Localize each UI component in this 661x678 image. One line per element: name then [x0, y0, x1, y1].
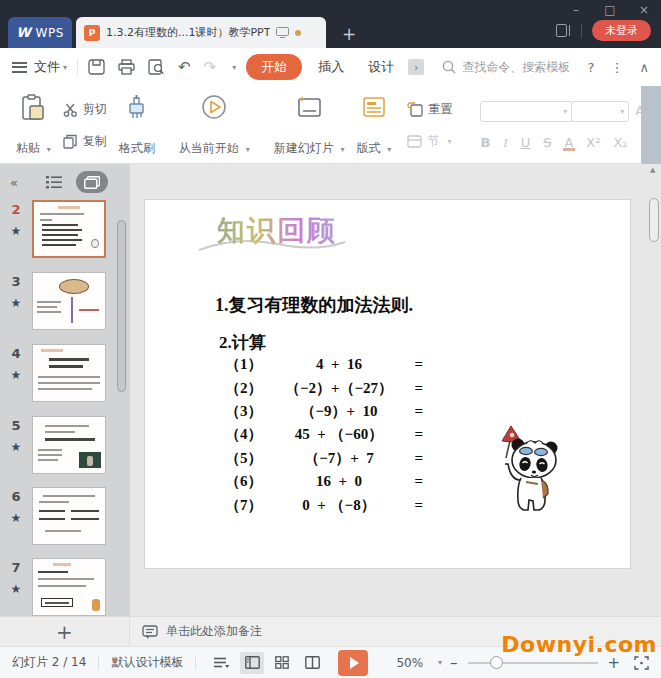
slide-thumbnail-7[interactable]: 7 ★ — [0, 558, 106, 616]
animation-star-icon: ★ — [11, 583, 22, 595]
paste-button[interactable]: 粘贴 ▾ — [10, 92, 57, 159]
command-search[interactable]: 查找命令、搜索模板 — [442, 59, 570, 76]
scrollbar-thumb[interactable] — [649, 198, 659, 242]
slide-canvas[interactable]: 知识回顾 1.复习有理数的加法法则. 2.计算 （1） 4 + 16 = （2）… — [145, 200, 630, 568]
document-tab[interactable]: P 1.3.2有理数的...1课时）教学PPT — [76, 17, 326, 48]
titlebar-divider — [581, 24, 582, 38]
zoom-level[interactable]: 50% — [384, 656, 435, 670]
panel-scrollbar[interactable] — [117, 220, 126, 392]
unsaved-dot — [295, 30, 301, 36]
thumbnail-preview — [32, 272, 106, 330]
thumbnail-preview — [32, 200, 106, 258]
italic-button[interactable]: I — [503, 135, 507, 151]
slide-thumbnail-2[interactable]: 2 ★ — [0, 200, 106, 258]
reading-view-button[interactable] — [300, 652, 324, 674]
minimize-button[interactable]: – — [569, 3, 583, 17]
equation-row: （7） 0 + （−8） = — [225, 493, 423, 516]
eq-label: （4） — [225, 425, 269, 444]
calc-label[interactable]: 2.计算 — [219, 331, 266, 354]
normal-view-button[interactable] — [240, 652, 264, 674]
play-circle-icon — [201, 94, 227, 120]
vertical-scrollbar[interactable]: ▲ — [648, 164, 660, 616]
subscript-button[interactable]: X₂ — [613, 135, 627, 150]
login-button[interactable]: 未登录 — [592, 20, 651, 41]
font-name-combobox[interactable]: ▾ — [480, 101, 572, 122]
collapse-panel-icon[interactable]: « — [10, 175, 18, 190]
font-color-button[interactable]: A — [564, 135, 573, 150]
zoom-out-button[interactable]: – — [442, 654, 466, 672]
add-slide-button[interactable]: + — [0, 617, 130, 646]
tab-insert[interactable]: 插入 — [306, 54, 356, 80]
slide-thumbnail-5[interactable]: 5 ★ — [0, 416, 106, 474]
document-tab-title: 1.3.2有理数的...1课时）教学PPT — [106, 25, 270, 40]
cut-button[interactable]: 剪切 — [63, 101, 107, 118]
wps-home-tab[interactable]: W WPS — [8, 17, 72, 48]
slide-thumbnail-4[interactable]: 4 ★ — [0, 344, 106, 402]
notes-toggle-button[interactable] — [210, 652, 234, 674]
font-size-combobox[interactable]: ▾ — [571, 101, 629, 122]
eq-expr: （−7）+ 7 — [269, 449, 409, 468]
new-slide-button[interactable]: 新建幻灯片 ▾ — [268, 92, 351, 159]
zoom-slider-handle[interactable] — [490, 656, 503, 669]
tab-home[interactable]: 开始 — [246, 54, 302, 80]
section-button[interactable]: 节 ▾ — [407, 133, 452, 150]
maximize-button[interactable]: □ — [603, 3, 617, 17]
titlebar: – □ × W WPS P 1.3.2有理数的...1课时）教学PPT + 未登… — [0, 0, 661, 48]
kebab-menu-icon[interactable]: ⋮ — [610, 60, 623, 75]
equation-row: （6） 16 + 0 = — [225, 470, 423, 493]
qat-dropdown-icon[interactable]: ▾ — [232, 63, 236, 72]
more-tabs-button[interactable]: › — [408, 59, 424, 75]
strikethrough-button[interactable]: S — [543, 135, 551, 150]
menu-file[interactable]: 文件 — [34, 58, 60, 76]
save-icon[interactable] — [88, 59, 105, 75]
zoom-slider[interactable] — [468, 662, 598, 664]
tab-design[interactable]: 设计 — [356, 54, 406, 80]
bold-button[interactable]: B — [480, 135, 490, 150]
font-group: ▾ ▾ A+ A B I U S A X² X₂ — [470, 92, 661, 159]
equation-row: （5） （−7）+ 7 = — [225, 447, 423, 470]
slide-thumbnail-6[interactable]: 6 ★ — [0, 487, 106, 545]
play-from-current-button[interactable]: 从当前开始 ▾ — [173, 92, 256, 159]
template-name[interactable]: 默认设计模板 — [99, 654, 195, 671]
copy-button[interactable]: 复制 — [63, 133, 107, 150]
eq-expr: 45 + （−60） — [269, 425, 409, 444]
reading-view-icon — [305, 656, 320, 669]
eq-sign: = — [409, 473, 423, 490]
fit-to-window-icon[interactable] — [634, 656, 649, 670]
superscript-button[interactable]: X² — [586, 135, 600, 150]
review-line[interactable]: 1.复习有理数的加法法则. — [215, 293, 413, 317]
outline-view-icon[interactable] — [46, 175, 62, 189]
equation-row: （2） （−2）+（−27） = — [225, 376, 423, 399]
thumbnail-preview — [32, 558, 106, 616]
panda-clipart[interactable] — [493, 422, 561, 520]
new-tab-button[interactable]: + — [342, 26, 356, 43]
normal-view-icon — [245, 656, 260, 669]
layout-button[interactable]: 版式 ▾ — [351, 92, 398, 159]
workspace: « 2 ★ — [0, 164, 661, 616]
scroll-up-icon[interactable]: ▲ — [650, 166, 655, 174]
wps-presentation-window: – □ × W WPS P 1.3.2有理数的...1课时）教学PPT + 未登… — [0, 0, 661, 678]
slideshow-play-button[interactable] — [338, 650, 368, 676]
underline-button[interactable]: U — [521, 135, 531, 150]
menubar-right-icons: ? ⋮ ∧ — [588, 48, 649, 86]
equation-list[interactable]: （1） 4 + 16 = （2） （−2）+（−27） = （3） （−9）+ … — [225, 353, 423, 517]
eq-expr: （−2）+（−27） — [269, 379, 409, 398]
undo-icon[interactable]: ↶ — [178, 60, 191, 75]
file-dropdown-icon[interactable]: ▾ — [63, 63, 67, 72]
print-preview-icon[interactable] — [148, 59, 165, 75]
print-icon[interactable] — [118, 59, 135, 75]
close-button[interactable]: × — [637, 3, 651, 17]
help-icon[interactable]: ? — [588, 60, 595, 75]
collapse-ribbon-icon[interactable]: ∧ — [639, 60, 649, 75]
format-painter-button[interactable]: 格式刷 — [113, 92, 161, 159]
redo-icon[interactable]: ↷ — [204, 60, 217, 75]
hamburger-menu-icon[interactable] — [12, 62, 27, 73]
slide-sorter-view-button[interactable] — [270, 652, 294, 674]
reset-button[interactable]: 重置 — [407, 101, 452, 118]
slide-thumbnail-3[interactable]: 3 ★ — [0, 272, 106, 330]
slide-title[interactable]: 知识回顾 — [217, 212, 337, 250]
notes-input[interactable]: 单击此处添加备注 — [130, 623, 262, 640]
slide-view-toggle[interactable] — [76, 171, 108, 193]
thumbnail-preview — [32, 416, 106, 474]
dock-panel-icon[interactable] — [556, 24, 571, 37]
